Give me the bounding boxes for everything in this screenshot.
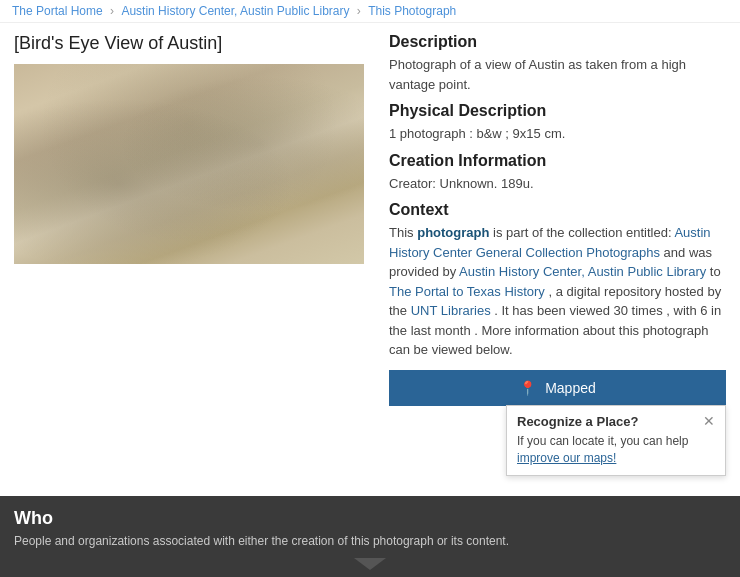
tooltip-improve-link[interactable]: improve our maps! — [517, 451, 616, 465]
photo-container — [14, 64, 364, 264]
breadcrumb-separator-1: › — [110, 4, 117, 18]
who-title: Who — [14, 508, 726, 529]
left-column: [Bird's Eye View of Austin] — [14, 33, 369, 406]
chevron-down-icon — [354, 558, 386, 570]
main-content: [Bird's Eye View of Austin] Description … — [0, 23, 740, 406]
mapped-container: 📍 Mapped Recognize a Place? ✕ If you can… — [389, 370, 726, 406]
chevron-container — [0, 557, 740, 577]
context-portal-link[interactable]: The Portal to Texas History — [389, 284, 545, 299]
tooltip-header: Recognize a Place? ✕ — [517, 414, 715, 429]
page-title: [Bird's Eye View of Austin] — [14, 33, 369, 54]
tooltip-body: If you can locate it, you can help impro… — [517, 433, 715, 467]
context-is-part: is part of the collection entitled: — [493, 225, 674, 240]
breadcrumb-separator-2: › — [357, 4, 364, 18]
mapped-label: Mapped — [545, 380, 596, 396]
context-to: to — [710, 264, 721, 279]
context-title: Context — [389, 201, 726, 219]
description-text: Photograph of a view of Austin as taken … — [389, 55, 726, 94]
breadcrumb-current-link[interactable]: This Photograph — [368, 4, 456, 18]
physical-description-text: 1 photograph : b&w ; 9x15 cm. — [389, 124, 726, 144]
right-column: Description Photograph of a view of Aust… — [389, 33, 726, 406]
physical-description-title: Physical Description — [389, 102, 726, 120]
tooltip-text-content: If you can locate it, you can help — [517, 434, 688, 448]
context-provider-link[interactable]: Austin History Center, Austin Public Lib… — [459, 264, 706, 279]
recognize-place-tooltip: Recognize a Place? ✕ If you can locate i… — [506, 405, 726, 476]
creation-info-text: Creator: Unknown. 189u. — [389, 174, 726, 194]
mapped-button[interactable]: 📍 Mapped — [389, 370, 726, 406]
description-title: Description — [389, 33, 726, 51]
creation-info-title: Creation Information — [389, 152, 726, 170]
context-unt-link[interactable]: UNT Libraries — [411, 303, 491, 318]
pin-icon: 📍 — [519, 380, 536, 396]
tooltip-title: Recognize a Place? — [517, 414, 638, 429]
breadcrumb-library-link[interactable]: Austin History Center, Austin Public Lib… — [121, 4, 349, 18]
who-description: People and organizations associated with… — [14, 533, 726, 550]
context-text: This photograph is part of the collectio… — [389, 223, 726, 360]
context-photo-link[interactable]: photograph — [417, 225, 489, 240]
who-section: Who People and organizations associated … — [0, 496, 740, 558]
photo-image — [14, 64, 364, 264]
breadcrumb-home-link[interactable]: The Portal Home — [12, 4, 103, 18]
breadcrumb: The Portal Home › Austin History Center,… — [0, 0, 740, 23]
tooltip-close-button[interactable]: ✕ — [703, 414, 715, 428]
context-intro: This — [389, 225, 414, 240]
